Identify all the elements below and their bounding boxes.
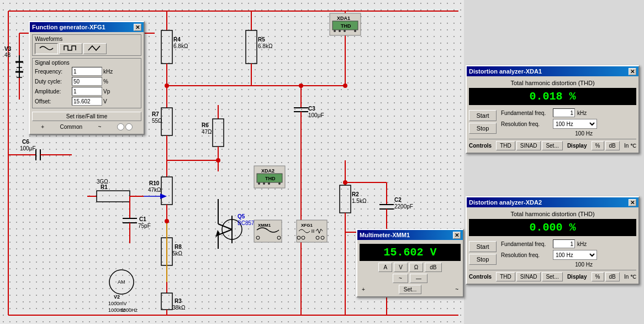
svg-text:1000mV: 1000mV — [108, 301, 127, 306]
da1-pct-button[interactable]: % — [592, 141, 604, 150]
fg-plus-label: + — [41, 124, 44, 130]
mm-btn-db[interactable]: dB — [425, 263, 441, 272]
da1-res-freq-select[interactable]: 100 Hz 50 Hz 200 Hz — [553, 119, 597, 129]
mm-btn-ac[interactable]: ~ — [393, 274, 408, 283]
mm-close-button[interactable]: ✕ — [453, 232, 461, 239]
svg-text:3GΩ: 3GΩ — [97, 179, 108, 185]
svg-point-138 — [216, 158, 220, 163]
fg-titlebar[interactable]: Function generator-XFG1 ✕ — [30, 22, 144, 32]
fg-title: Function generator-XFG1 — [32, 24, 105, 30]
svg-point-116 — [354, 30, 356, 32]
amplitude-input[interactable] — [72, 87, 102, 96]
svg-text:6.8kΩ: 6.8kΩ — [173, 43, 188, 49]
offset-input[interactable] — [72, 97, 102, 106]
function-generator-panel: Function generator-XFG1 ✕ Waveforms — [29, 21, 145, 135]
da2-start-button[interactable]: Start — [469, 241, 497, 252]
mm-display: 15.602 V — [360, 244, 461, 261]
da2-res-freq-select[interactable]: 100 Hz 50 Hz 200 Hz — [553, 250, 597, 260]
mm-btn-ohm[interactable]: Ω — [409, 263, 423, 272]
da1-title: Distortion analyzer-XDA1 — [469, 68, 542, 75]
svg-text:C1: C1 — [139, 216, 146, 222]
mm-plus-label: + — [362, 286, 365, 292]
da2-thd-button[interactable]: THD — [496, 272, 515, 281]
mm-btn-v[interactable]: V — [394, 263, 408, 272]
da1-thd-button[interactable]: THD — [496, 141, 515, 150]
da2-stop-button[interactable]: Stop — [469, 254, 497, 265]
svg-text:R8: R8 — [175, 244, 182, 250]
signal-options-label: Signal options — [35, 60, 139, 66]
duty-cycle-unit: % — [103, 79, 119, 85]
svg-text:R6: R6 — [202, 122, 209, 128]
mm-set-button[interactable]: Set... — [399, 285, 421, 294]
rise-fall-button[interactable]: Set rise/Fall time — [32, 112, 141, 121]
sine-wave-button[interactable] — [35, 43, 58, 54]
da1-display: 0.018 % — [469, 88, 636, 105]
square-wave-button[interactable] — [59, 43, 82, 54]
da1-close-button[interactable]: ✕ — [629, 68, 636, 75]
fg-close-button[interactable]: ✕ — [134, 24, 141, 31]
amplitude-label: Amplitude: — [35, 88, 71, 95]
da1-sinad-button[interactable]: SINAD — [516, 141, 541, 150]
duty-cycle-label: Duty cycle: — [35, 79, 71, 85]
amplitude-unit: Vp — [103, 88, 119, 95]
svg-point-121 — [258, 182, 260, 185]
da2-res-freq-label: Resolution freq. — [501, 252, 551, 258]
da2-pct-button[interactable]: % — [592, 272, 604, 281]
da1-hz-display: 100 Hz — [501, 130, 597, 137]
svg-text:1000Hz: 1000Hz — [120, 307, 138, 313]
da2-set-button[interactable]: Set... — [542, 272, 562, 281]
fg-radio-right[interactable] — [125, 123, 133, 130]
svg-point-139 — [299, 83, 303, 88]
svg-line-102 — [218, 229, 232, 235]
da2-sinad-button[interactable]: SINAD — [516, 272, 541, 281]
da2-titlebar[interactable]: Distortion analyzer-XDA2 ✕ — [467, 197, 638, 207]
svg-text:R1: R1 — [101, 184, 108, 190]
svg-rect-49 — [340, 185, 351, 213]
frequency-unit: kHz — [103, 69, 119, 75]
svg-text:Q5: Q5 — [237, 213, 245, 220]
fg-radio-left[interactable] — [117, 123, 124, 130]
svg-rect-71 — [97, 191, 130, 202]
multimeter-panel: Multimeter-XMM1 ✕ 15.602 V A V Ω dB ~ — … — [356, 229, 464, 297]
svg-text:XMM1: XMM1 — [258, 223, 271, 228]
svg-point-124 — [278, 182, 281, 185]
svg-rect-13 — [161, 30, 172, 64]
svg-text:C3: C3 — [308, 106, 315, 112]
duty-cycle-input[interactable] — [72, 77, 102, 86]
da1-fund-freq-input[interactable] — [553, 108, 575, 117]
da1-display-label: Display — [567, 143, 587, 149]
da1-stop-button[interactable]: Stop — [469, 123, 497, 134]
svg-text:100μF: 100μF — [308, 112, 324, 118]
svg-text:100μF: 100μF — [20, 145, 36, 151]
da1-controls-label: Controls — [469, 143, 492, 149]
mm-title: Multimeter-XMM1 — [360, 232, 410, 238]
da1-titlebar[interactable]: Distortion analyzer-XDA1 ✕ — [467, 66, 638, 76]
svg-text:6.8kΩ: 6.8kΩ — [258, 43, 273, 49]
mm-titlebar[interactable]: Multimeter-XMM1 ✕ — [357, 230, 463, 240]
mm-btn-dc[interactable]: — — [410, 274, 427, 283]
frequency-input[interactable] — [72, 67, 102, 76]
offset-unit: V — [103, 98, 119, 104]
da1-db-button[interactable]: dB — [605, 141, 620, 150]
da1-start-button[interactable]: Start — [469, 110, 497, 121]
distortion-analyzer-1-panel: Distortion analyzer-XDA1 ✕ Total harmoni… — [466, 65, 640, 154]
da2-controls-label: Controls — [469, 274, 492, 280]
da2-subtitle: Total harmonic distortion (THD) — [469, 211, 636, 217]
da2-fund-freq-input[interactable] — [553, 239, 575, 248]
svg-text:V2: V2 — [114, 294, 120, 300]
da1-set-button[interactable]: Set... — [542, 141, 562, 150]
triangle-wave-button[interactable] — [83, 43, 107, 54]
svg-point-142 — [165, 219, 169, 223]
mm-btn-a[interactable]: A — [378, 263, 392, 272]
signal-options-section: Signal options Frequency: kHz Duty cycle… — [32, 58, 141, 108]
svg-text:C2: C2 — [394, 197, 402, 203]
svg-line-101 — [218, 224, 232, 229]
svg-text:XDA2: XDA2 — [261, 168, 275, 174]
da2-in-label: In ℃ — [624, 274, 636, 280]
svg-text:AM: AM — [118, 279, 125, 285]
svg-text:R7: R7 — [152, 111, 159, 117]
svg-text:R10: R10 — [149, 180, 160, 186]
svg-text:1.5kΩ: 1.5kΩ — [352, 198, 367, 204]
da2-close-button[interactable]: ✕ — [629, 199, 636, 206]
da2-db-button[interactable]: dB — [605, 272, 620, 281]
